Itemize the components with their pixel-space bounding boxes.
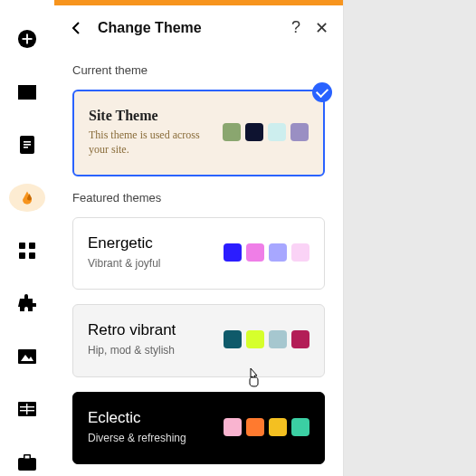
color-swatch: [224, 243, 242, 262]
back-button[interactable]: [67, 18, 87, 38]
grid-icon[interactable]: [9, 237, 45, 264]
svg-rect-11: [29, 243, 35, 249]
panel-header: Change Theme ? ✕: [54, 5, 343, 51]
color-swatch: [224, 330, 242, 348]
theme-title: Site Theme: [89, 108, 212, 124]
color-swatch: [224, 418, 242, 436]
table-icon[interactable]: [9, 395, 45, 423]
briefcase-icon[interactable]: [9, 449, 45, 476]
svg-rect-10: [19, 243, 25, 249]
svg-rect-8: [24, 144, 31, 146]
svg-rect-5: [18, 97, 36, 100]
svg-rect-19: [26, 404, 27, 414]
color-swatch: [291, 418, 309, 436]
color-swatch: [291, 330, 309, 348]
theme-title: Retro vibrant: [88, 321, 213, 339]
theme-subtitle: This theme is used across your site.: [89, 128, 212, 157]
theme-subtitle: Diverse & refreshing: [88, 431, 213, 445]
help-button[interactable]: ?: [291, 18, 300, 37]
svg-rect-13: [29, 252, 35, 259]
swatch-row: [224, 243, 309, 262]
panel-title: Change Theme: [98, 20, 281, 36]
color-swatch: [268, 123, 286, 141]
color-swatch: [246, 243, 264, 262]
theme-card-retro[interactable]: Retro vibrant Hip, mod & stylish: [72, 304, 325, 376]
color-swatch: [290, 123, 309, 141]
svg-rect-14: [18, 349, 36, 364]
image-icon[interactable]: [9, 343, 45, 370]
close-button[interactable]: ✕: [315, 18, 328, 38]
svg-rect-2: [26, 34, 28, 44]
current-theme-label: Current theme: [72, 63, 325, 77]
card-icon[interactable]: [9, 78, 45, 105]
theme-card-energetic[interactable]: Energetic Vibrant & joyful: [72, 217, 325, 290]
theme-title: Eclectic: [88, 409, 213, 427]
svg-rect-3: [18, 87, 36, 98]
theme-panel: Change Theme ? ✕ Current theme Site Them…: [54, 0, 344, 476]
color-swatch: [269, 330, 287, 348]
swatch-row: [223, 123, 309, 141]
color-swatch: [291, 243, 309, 262]
swatch-row: [224, 418, 309, 436]
featured-themes-label: Featured themes: [72, 191, 325, 205]
svg-rect-7: [24, 141, 31, 143]
svg-rect-9: [24, 147, 28, 148]
page-icon[interactable]: [9, 131, 45, 158]
selected-check-icon: [312, 82, 332, 102]
color-swatch: [269, 418, 287, 436]
svg-rect-22: [25, 455, 30, 458]
theme-title: Energetic: [88, 234, 213, 252]
add-icon[interactable]: [9, 25, 45, 52]
left-rail: [0, 0, 54, 476]
svg-rect-20: [18, 458, 36, 471]
plugin-icon[interactable]: [9, 290, 45, 317]
color-swatch: [245, 123, 263, 141]
color-swatch: [246, 418, 264, 436]
current-theme-card[interactable]: Site Theme This theme is used across you…: [72, 90, 325, 176]
svg-rect-4: [18, 85, 36, 88]
theme-subtitle: Vibrant & joyful: [88, 256, 213, 271]
color-swatch: [269, 243, 287, 262]
theme-subtitle: Hip, mod & stylish: [88, 343, 213, 357]
theme-icon[interactable]: [9, 184, 45, 211]
theme-card-eclectic[interactable]: Eclectic Diverse & refreshing: [72, 392, 325, 464]
color-swatch: [223, 123, 241, 141]
canvas-area: [344, 0, 476, 476]
svg-rect-12: [19, 252, 25, 259]
color-swatch: [246, 330, 264, 348]
swatch-row: [224, 330, 309, 348]
